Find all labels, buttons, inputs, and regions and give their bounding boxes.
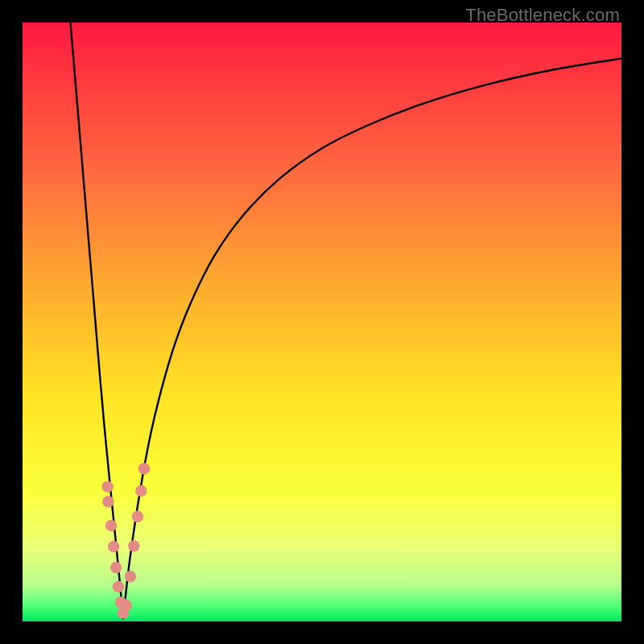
data-marker	[121, 600, 132, 611]
curve-layer	[23, 23, 621, 621]
data-marker	[125, 571, 136, 582]
data-marker	[105, 520, 117, 531]
data-marker	[102, 496, 114, 507]
data-marker	[110, 562, 122, 573]
data-marker	[138, 463, 150, 474]
plot-area	[23, 23, 621, 621]
watermark-text: TheBottleneck.com	[465, 5, 620, 26]
data-marker	[128, 540, 139, 551]
data-marker	[101, 481, 113, 492]
data-marker	[135, 485, 147, 497]
data-marker	[113, 581, 124, 592]
data-marker	[132, 511, 143, 522]
chart-frame: TheBottleneck.com	[0, 0, 644, 644]
curve-right-branch	[123, 59, 621, 619]
data-marker	[108, 541, 119, 552]
